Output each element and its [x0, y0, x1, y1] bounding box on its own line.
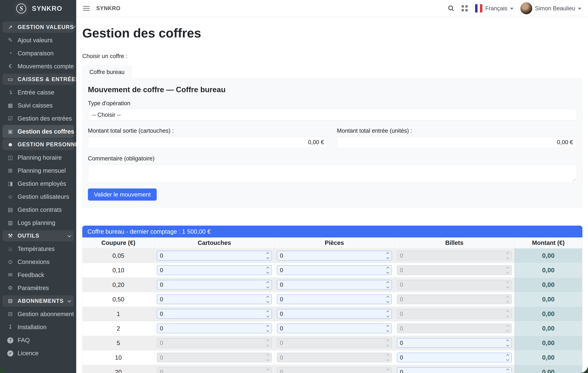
entree-amount-value: 0,00 €: [557, 139, 573, 146]
sortie-amount-input[interactable]: 0,00 €: [88, 137, 328, 148]
sidebar-item-planning-mensuel[interactable]: ⊞Planning mensuel: [2, 164, 74, 177]
sidebar-item-suivi-caisses[interactable]: ▦Suivi caisses: [2, 99, 74, 112]
number-spinner-icon[interactable]: [387, 296, 389, 302]
tab-coffre-bureau[interactable]: Coffre bureau: [82, 65, 132, 79]
menu-toggle-icon[interactable]: [83, 6, 90, 11]
pieces-input-20: 0: [277, 367, 392, 373]
sidebar-item-connexions[interactable]: ⊙Connexions: [2, 255, 74, 268]
input-value: 0: [397, 267, 403, 274]
sidebar-section-gestion-valeurs[interactable]: ↗GESTION VALEURS: [2, 21, 74, 33]
sidebar-item-gestion-des-coffres[interactable]: ▣Gestion des coffres: [2, 125, 74, 138]
pieces-input-1[interactable]: 0: [277, 309, 392, 319]
cartouches-input-0,10[interactable]: 0: [157, 265, 272, 275]
sidebar-item-licence[interactable]: ✓Licence: [2, 347, 74, 360]
sidebar-section-gestion-personnel[interactable]: ☻GESTION PERSONNEL: [2, 139, 74, 150]
cartouches-cell: 0: [154, 365, 274, 373]
sidebar-item-gestion-contrats[interactable]: ▤Gestion contrats: [2, 203, 74, 216]
number-spinner-icon[interactable]: [387, 325, 389, 331]
number-spinner-icon[interactable]: [387, 311, 389, 317]
cartouches-input-1[interactable]: 0: [157, 309, 272, 319]
fullscreen-icon[interactable]: [461, 5, 468, 12]
search-icon[interactable]: [448, 5, 454, 12]
column-header: Montant (€): [514, 237, 582, 248]
user-menu[interactable]: Simon Beaulieu: [520, 2, 581, 14]
topbar-title: SYNKRO: [96, 5, 120, 11]
sidebar-item-parametres[interactable]: ⚙Paramètres: [2, 281, 74, 294]
pieces-cell: 0: [274, 292, 394, 307]
billets-cell: 0: [394, 292, 514, 307]
chevron-down-icon: [67, 299, 71, 302]
number-spinner-icon[interactable]: [267, 296, 269, 302]
operation-type-select[interactable]: -- Choisir --: [88, 109, 577, 120]
journal-icon: ▥: [7, 220, 14, 226]
pieces-input-0,50[interactable]: 0: [277, 294, 392, 304]
sidebar-label: ABONNEMENTS: [18, 298, 64, 304]
validate-movement-button[interactable]: Valider le mouvement: [88, 189, 157, 201]
sidebar-item-gestion-utilisateurs[interactable]: ☺Gestion utilisateurs: [2, 190, 74, 203]
language-selector[interactable]: Français: [475, 4, 514, 13]
number-spinner-icon[interactable]: [267, 325, 269, 331]
number-spinner-icon[interactable]: [267, 253, 269, 259]
sidebar-brand[interactable]: S SYNKRO: [0, 0, 76, 17]
sidebar-item-gestion-employes[interactable]: ◨Gestion employés: [2, 177, 74, 190]
cartouches-input-2[interactable]: 0: [157, 324, 272, 333]
journal-check-icon: ☑: [7, 115, 14, 122]
number-spinner-icon[interactable]: [267, 282, 269, 288]
brand-name: SYNKRO: [32, 5, 62, 12]
entree-amount-input[interactable]: 0,00 €: [337, 137, 577, 148]
sidebar-item-logs-planning[interactable]: ▥Logs planning: [2, 216, 74, 229]
avatar: [520, 2, 532, 14]
sidebar-item-temperatures[interactable]: ♨Températures: [2, 242, 74, 255]
billets-cell: 0: [394, 336, 514, 350]
montant-cell: 0,00: [514, 365, 582, 373]
pieces-input-2[interactable]: 0: [277, 324, 392, 333]
sidebar-section-caisses-entrees[interactable]: ▭CAISSES & ENTRÉES: [2, 74, 74, 85]
pieces-input-0,20[interactable]: 0: [277, 280, 392, 290]
pieces-input-0,05[interactable]: 0: [277, 251, 392, 260]
synkro-logo-icon: S: [14, 1, 29, 16]
sidebar-item-entree-caisse[interactable]: ↴Entrée caisse: [2, 86, 74, 99]
question-circle-icon: ?: [7, 337, 14, 343]
number-spinner-icon[interactable]: [507, 340, 509, 346]
sidebar-label: Gestion des coffres: [18, 128, 74, 135]
sidebar-item-gestion-abonnement[interactable]: ⊟Gestion abonnement: [2, 308, 74, 320]
billets-input-20[interactable]: 0: [397, 367, 512, 373]
sidebar-label: Installation: [18, 324, 47, 330]
page-title: Gestion des coffres: [82, 26, 582, 41]
sidebar-item-faq[interactable]: ?FAQ: [2, 334, 74, 347]
topbar: SYNKRO Français Simon: [76, 0, 588, 17]
number-spinner-icon[interactable]: [507, 369, 509, 373]
sidebar-section-abonnements[interactable]: ⊟ABONNEMENTS: [2, 295, 74, 307]
sidebar-item-feedback[interactable]: ✉Feedback: [2, 268, 74, 281]
cartouches-input-0,05[interactable]: 0: [157, 251, 272, 260]
comment-textarea[interactable]: [88, 164, 577, 183]
number-spinner-icon[interactable]: [387, 253, 389, 259]
billets-input-0,50: 0: [397, 294, 512, 304]
sidebar-label: CAISSES & ENTRÉES: [18, 76, 76, 83]
sidebar-item-installation[interactable]: ↧Installation: [2, 320, 74, 334]
sidebar-item-planning-horaire[interactable]: ◫Planning horaire: [2, 151, 74, 164]
cartouches-input-0,20[interactable]: 0: [157, 280, 272, 290]
sidebar-item-ajout-valeurs[interactable]: ✎Ajout valeurs: [2, 34, 74, 47]
number-spinner-icon[interactable]: [387, 282, 389, 288]
billets-cell: 0: [394, 248, 514, 263]
billets-input-10[interactable]: 0: [397, 353, 512, 362]
number-spinner-icon[interactable]: [387, 267, 389, 273]
number-spinner-icon[interactable]: [267, 267, 269, 273]
sidebar-item-gestion-des-entrees[interactable]: ☑Gestion des entrées: [2, 112, 74, 125]
sidebar-nav: ↗GESTION VALEURS✎Ajout valeurs◔Comparais…: [0, 17, 76, 373]
credit-card-icon: ⊟: [7, 311, 14, 317]
download-icon: ↧: [7, 324, 14, 330]
number-spinner-icon[interactable]: [507, 354, 509, 361]
pieces-input-0,10[interactable]: 0: [277, 265, 392, 275]
cartouches-input-0,50[interactable]: 0: [157, 294, 272, 304]
number-spinner-icon: [387, 354, 389, 361]
calendar-week-icon: ◫: [7, 154, 14, 161]
number-spinner-icon[interactable]: [267, 311, 269, 317]
cartouches-cell: 0: [154, 321, 274, 336]
sidebar-section-outils[interactable]: ⚒OUTILS: [2, 230, 74, 241]
billets-input-5[interactable]: 0: [397, 338, 512, 348]
sidebar-item-mouvements-compte[interactable]: €Mouvements compte: [2, 60, 74, 73]
montant-cell: 0,00: [514, 248, 582, 263]
sidebar-item-comparaison[interactable]: ◔Comparaison: [2, 47, 74, 60]
